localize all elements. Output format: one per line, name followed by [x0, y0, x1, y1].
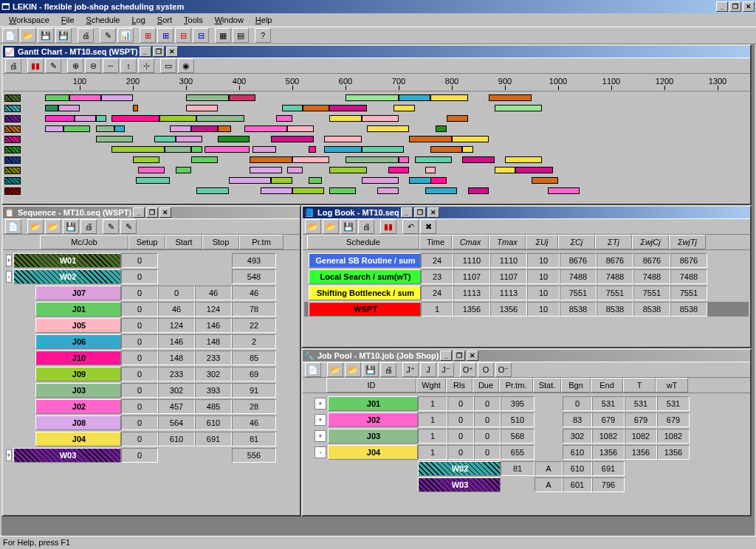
log-header-cell[interactable]: Tmax	[489, 235, 526, 249]
gantt-bar[interactable]	[495, 105, 543, 111]
menu-tools[interactable]: Tools	[178, 15, 209, 25]
gantt-bar[interactable]	[462, 146, 472, 153]
jp-edit-op-button[interactable]: O	[478, 362, 494, 377]
gantt-bar[interactable]	[388, 167, 410, 173]
gantt-bar[interactable]	[399, 94, 430, 101]
log-open-button[interactable]: 📂	[305, 219, 321, 234]
gantt-bar[interactable]	[261, 187, 292, 194]
seq-header-cell[interactable]: Mc/Job	[40, 235, 128, 249]
log-header-cell[interactable]: ΣCj	[558, 235, 595, 249]
jp-new-button[interactable]: 📄	[305, 362, 321, 377]
gantt-bar[interactable]	[176, 136, 202, 142]
gantt-view-1-icon[interactable]: ▭	[160, 58, 176, 73]
gantt-bar[interactable]	[292, 187, 324, 194]
gantt-bar[interactable]	[252, 146, 276, 153]
seq-header-cell[interactable]: Setup	[128, 235, 165, 249]
close-button[interactable]: ✕	[743, 1, 755, 12]
gantt-bar[interactable]	[276, 115, 292, 122]
menu-log[interactable]: Log	[126, 15, 151, 25]
logbook-close-button[interactable]: ✕	[427, 207, 439, 218]
gantt-bar[interactable]	[154, 136, 176, 142]
print-button[interactable]: 🖨	[78, 28, 94, 43]
gantt-bar[interactable]	[430, 94, 467, 101]
seq-print-button[interactable]: 🖨	[80, 219, 97, 234]
logbook-maximize-button[interactable]: ❐	[414, 207, 426, 218]
seq-pencil2-icon[interactable]: ✎	[120, 219, 137, 234]
gantt-bar[interactable]	[58, 105, 80, 111]
gantt-bar[interactable]	[548, 187, 580, 194]
gantt-fit-height-icon[interactable]: ↕	[120, 58, 137, 73]
jp-header-cell[interactable]: T	[623, 378, 656, 393]
seq-row[interactable]: J05012414622	[4, 318, 298, 333]
gantt-pencil-icon[interactable]: ✎	[45, 58, 61, 73]
gantt-bar[interactable]	[218, 136, 250, 142]
gantt-bar[interactable]	[399, 156, 409, 163]
gantt-bar[interactable]	[468, 187, 489, 194]
log-header-cell[interactable]: ΣUj	[526, 235, 558, 249]
gantt-bar[interactable]	[430, 177, 447, 184]
gantt-bar[interactable]	[452, 136, 489, 142]
machine-label-1[interactable]	[4, 105, 21, 112]
gantt-bar[interactable]	[96, 136, 133, 142]
gantt-bar[interactable]	[329, 187, 356, 194]
gantt-bar[interactable]	[303, 105, 329, 111]
gantt-bar[interactable]	[346, 94, 399, 101]
jp-del-op-button[interactable]: O⁻	[495, 362, 512, 377]
seq-row[interactable]: J0601461482	[4, 334, 298, 349]
jobpool-titlebar[interactable]: 🔧 Job Pool - MT10.job (Job Shop) _ ❐ ✕	[303, 350, 750, 362]
menu-sort[interactable]: Sort	[151, 15, 178, 25]
machine-label-9[interactable]	[4, 187, 21, 195]
gantt-bar[interactable]	[138, 167, 165, 173]
tree-toggle[interactable]: +	[6, 255, 12, 266]
gantt-bar[interactable]	[430, 146, 462, 153]
gantt-bar[interactable]	[165, 146, 191, 153]
gantt-bar[interactable]	[111, 146, 165, 153]
log-row[interactable]: WSPT113561356108538853885388538	[304, 302, 749, 317]
gantt-bar[interactable]	[191, 156, 218, 163]
jp-openmulti-button[interactable]: 📂	[345, 362, 361, 377]
gantt-close-button[interactable]: ✕	[166, 46, 178, 57]
logbook-minimize-button[interactable]: _	[401, 207, 413, 218]
seq-row[interactable]: J03030239391	[4, 383, 298, 398]
gantt-bar[interactable]	[101, 94, 133, 101]
gantt-bars-icon[interactable]: ▮▮	[27, 58, 44, 73]
gantt-bar[interactable]	[229, 94, 255, 101]
gantt-bar[interactable]	[114, 125, 125, 132]
menu-workspace[interactable]: Workspace	[3, 15, 55, 25]
window-4-icon[interactable]: ⊟	[193, 28, 209, 43]
gantt-bar[interactable]	[186, 105, 218, 111]
gantt-view-2-icon[interactable]: ◉	[178, 58, 194, 73]
save-button[interactable]: 💾	[38, 28, 54, 43]
gantt-bar[interactable]	[362, 115, 399, 122]
machine-label-5[interactable]	[4, 146, 21, 153]
tree-toggle[interactable]: -	[315, 446, 326, 458]
maximize-button[interactable]: ❐	[729, 1, 741, 12]
log-row[interactable]: Local Search / sum(wT)231107110710748874…	[304, 269, 749, 284]
gantt-bar[interactable]	[196, 115, 244, 122]
gantt-fit-all-icon[interactable]: ⊹	[138, 58, 154, 73]
gantt-bar[interactable]	[244, 125, 287, 132]
gantt-bar[interactable]	[186, 94, 229, 101]
jp-add-op-button[interactable]: O⁺	[460, 362, 476, 377]
seq-row[interactable]: J10014823385	[4, 351, 298, 365]
jp-header-cell[interactable]: Due	[472, 378, 499, 393]
seq-save-button[interactable]: 💾	[63, 219, 79, 234]
gantt-bar[interactable]	[170, 125, 191, 132]
logbook-titlebar[interactable]: 📘 Log Book - MT10.seq _ ❐ ✕	[303, 207, 750, 218]
log-print-button[interactable]: 🖨	[358, 219, 374, 234]
jp-header-cell[interactable]: Rls	[446, 378, 472, 393]
log-header-cell[interactable]: Cmax	[452, 235, 489, 249]
gantt-print-button[interactable]: 🖨	[5, 58, 21, 73]
jp-save-button[interactable]: 💾	[362, 362, 379, 377]
gantt-bar[interactable]	[329, 115, 361, 122]
gantt-bar[interactable]	[329, 167, 366, 173]
gantt-bar[interactable]	[515, 167, 552, 173]
machine-label-4[interactable]	[4, 136, 21, 143]
gantt-bar[interactable]	[495, 167, 516, 173]
menu-window[interactable]: Window	[209, 15, 250, 25]
log-header-cell[interactable]: ΣwjTj	[669, 235, 706, 249]
tree-toggle[interactable]: -	[6, 271, 12, 283]
jp-edit-job-button[interactable]: J	[420, 362, 436, 377]
gantt-bar[interactable]	[271, 177, 292, 184]
gantt-bar[interactable]	[367, 125, 410, 132]
